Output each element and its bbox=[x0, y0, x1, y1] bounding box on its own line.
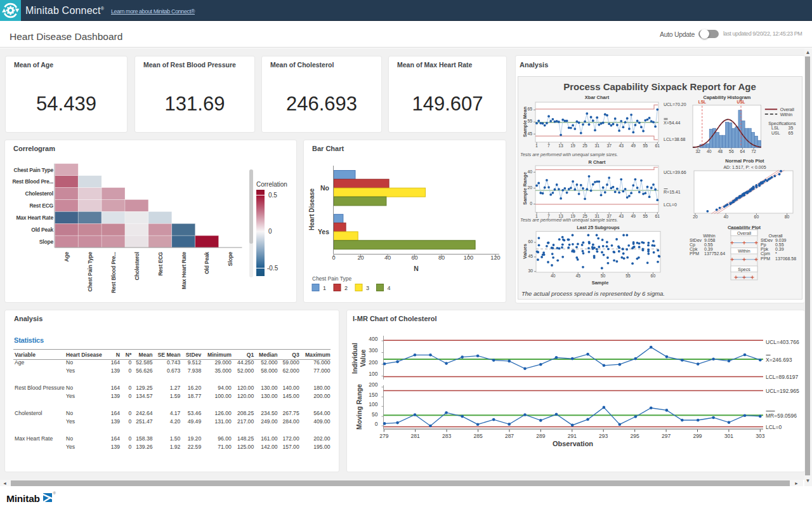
svg-text:31: 31 bbox=[594, 143, 599, 148]
svg-text:293: 293 bbox=[599, 433, 608, 439]
svg-text:100: 100 bbox=[369, 371, 377, 377]
svg-text:40: 40 bbox=[384, 255, 391, 261]
svg-text:50: 50 bbox=[601, 274, 606, 278]
svg-text:No: No bbox=[320, 184, 329, 192]
svg-text:43: 43 bbox=[619, 214, 624, 218]
svg-text:StDev: StDev bbox=[690, 238, 702, 242]
svg-text:0: 0 bbox=[530, 201, 532, 206]
svg-text:Slope: Slope bbox=[227, 252, 233, 267]
svg-text:LCL=0: LCL=0 bbox=[664, 202, 677, 207]
svg-text:55: 55 bbox=[625, 274, 631, 278]
svg-text:The actual process spread is r: The actual process spread is represented… bbox=[521, 290, 665, 297]
svg-text:64: 64 bbox=[740, 149, 745, 154]
svg-text:UCL=39.66: UCL=39.66 bbox=[664, 170, 686, 175]
svg-text:AD: 1.517, P: < 0.005: AD: 1.517, P: < 0.005 bbox=[723, 165, 766, 169]
svg-text:60: 60 bbox=[651, 274, 656, 278]
svg-text:30: 30 bbox=[528, 268, 533, 273]
svg-text:40: 40 bbox=[707, 149, 712, 154]
svg-text:Max Heart Rate: Max Heart Rate bbox=[16, 215, 53, 221]
svg-text:283: 283 bbox=[442, 433, 451, 439]
svg-text:65: 65 bbox=[789, 131, 794, 135]
svg-text:61: 61 bbox=[655, 214, 660, 218]
svg-text:32: 32 bbox=[695, 149, 700, 154]
svg-text:2: 2 bbox=[344, 285, 348, 291]
svg-text:80: 80 bbox=[438, 255, 445, 261]
svg-text:25: 25 bbox=[582, 143, 587, 148]
svg-text:Values: Values bbox=[522, 244, 528, 259]
svg-text:61: 61 bbox=[655, 143, 660, 148]
svg-text:Old Peak: Old Peak bbox=[204, 252, 210, 274]
svg-text:300: 300 bbox=[369, 347, 377, 354]
svg-text:0.5: 0.5 bbox=[268, 192, 277, 199]
svg-text:Tests are performed with unequ: Tests are performed with unequal sample … bbox=[520, 152, 618, 157]
svg-text:289: 289 bbox=[536, 433, 545, 439]
svg-text:299: 299 bbox=[693, 433, 702, 439]
svg-text:4: 4 bbox=[388, 285, 391, 291]
svg-text:MR=59.0596: MR=59.0596 bbox=[766, 413, 797, 419]
svg-text:Overall: Overall bbox=[737, 231, 752, 235]
svg-text:-0.5: -0.5 bbox=[267, 265, 278, 272]
svg-text:Rest Blood Pre...: Rest Blood Pre... bbox=[110, 252, 117, 293]
svg-text:Within: Within bbox=[780, 112, 793, 117]
svg-text:USL: USL bbox=[737, 100, 745, 104]
svg-text:45: 45 bbox=[527, 131, 532, 136]
svg-text:R=15.41: R=15.41 bbox=[664, 190, 681, 194]
svg-text:Rest Blood Pre...: Rest Blood Pre... bbox=[12, 178, 53, 185]
svg-text:9.058: 9.058 bbox=[704, 238, 716, 242]
svg-text:UCL=70.20: UCL=70.20 bbox=[664, 102, 686, 107]
svg-text:80: 80 bbox=[785, 215, 790, 219]
svg-text:UCL=192.965: UCL=192.965 bbox=[766, 388, 799, 394]
svg-text:200: 200 bbox=[369, 381, 377, 388]
svg-text:301: 301 bbox=[724, 433, 733, 439]
svg-text:100: 100 bbox=[464, 255, 473, 261]
svg-text:Chest Pain Type: Chest Pain Type bbox=[87, 252, 93, 292]
svg-text:Specs: Specs bbox=[738, 267, 750, 272]
svg-text:Heart Disease: Heart Disease bbox=[308, 188, 315, 230]
svg-text:0: 0 bbox=[332, 255, 335, 261]
svg-text:40: 40 bbox=[551, 274, 556, 278]
svg-text:X=246.693: X=246.693 bbox=[766, 357, 792, 363]
svg-text:Correlation: Correlation bbox=[256, 181, 287, 188]
svg-text:0.55: 0.55 bbox=[775, 242, 784, 247]
svg-text:Sample Mean: Sample Mean bbox=[522, 107, 528, 137]
svg-text:72: 72 bbox=[751, 149, 756, 154]
svg-text:LCL=89.6197: LCL=89.6197 bbox=[766, 374, 799, 380]
svg-text:291: 291 bbox=[568, 433, 577, 439]
svg-text:Cholesterol: Cholesterol bbox=[134, 252, 140, 281]
svg-text:Age: Age bbox=[63, 252, 70, 262]
svg-text:LSL: LSL bbox=[698, 100, 706, 104]
svg-text:0.55: 0.55 bbox=[704, 242, 713, 247]
svg-text:1: 1 bbox=[535, 143, 538, 148]
svg-text:0: 0 bbox=[268, 228, 272, 235]
svg-text:56: 56 bbox=[729, 149, 734, 154]
svg-text:49: 49 bbox=[631, 214, 636, 218]
svg-text:0.39: 0.39 bbox=[704, 247, 713, 251]
svg-text:45: 45 bbox=[575, 274, 580, 278]
svg-text:43: 43 bbox=[619, 143, 624, 148]
svg-text:Chest Pain Type: Chest Pain Type bbox=[14, 167, 54, 173]
svg-text:Last 25 Subgroups: Last 25 Subgroups bbox=[577, 225, 620, 230]
svg-text:Value: Value bbox=[359, 350, 367, 367]
svg-text:297: 297 bbox=[662, 433, 671, 439]
svg-text:35: 35 bbox=[789, 126, 794, 130]
svg-text:LCL=0: LCL=0 bbox=[766, 424, 782, 430]
svg-text:Max Heart Rate: Max Heart Rate bbox=[181, 252, 187, 289]
svg-text:USL: USL bbox=[771, 131, 780, 135]
svg-text:20: 20 bbox=[693, 215, 698, 219]
svg-text:100: 100 bbox=[369, 401, 377, 407]
svg-text:Sample Range: Sample Range bbox=[522, 172, 528, 205]
svg-text:137752.64: 137752.64 bbox=[704, 251, 725, 256]
svg-text:50: 50 bbox=[372, 411, 378, 418]
svg-text:13: 13 bbox=[558, 143, 563, 148]
svg-text:Moving Range: Moving Range bbox=[355, 384, 363, 430]
svg-text:Chest Pain Type: Chest Pain Type bbox=[312, 275, 351, 282]
svg-text:Cholesterol: Cholesterol bbox=[25, 190, 53, 197]
svg-text:Rest ECG: Rest ECG bbox=[29, 202, 53, 209]
svg-text:1: 1 bbox=[323, 285, 326, 291]
svg-text:LSL: LSL bbox=[771, 126, 780, 130]
svg-text:55: 55 bbox=[643, 143, 648, 148]
svg-text:PPM: PPM bbox=[690, 251, 699, 256]
svg-text:20: 20 bbox=[357, 255, 363, 261]
svg-text:49: 49 bbox=[631, 143, 636, 148]
svg-text:Individual: Individual bbox=[351, 343, 358, 374]
